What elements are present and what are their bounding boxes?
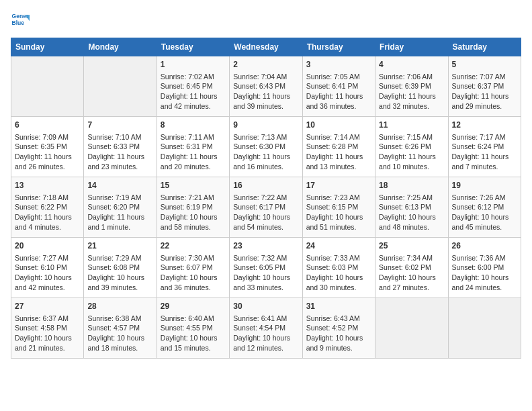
calendar-cell: 9Sunrise: 7:13 AMSunset: 6:30 PMDaylight…: [230, 117, 302, 177]
day-number: 20: [15, 240, 80, 252]
calendar-cell: 18Sunrise: 7:25 AMSunset: 6:13 PMDayligh…: [375, 177, 448, 238]
cell-text-line: and 42 minutes.: [161, 101, 226, 111]
day-number: 21: [87, 240, 152, 252]
cell-text-line: and 58 minutes.: [161, 222, 226, 232]
header-cell-sunday: Sunday: [11, 38, 84, 56]
header-cell-wednesday: Wednesday: [230, 38, 302, 56]
cell-text-line: Daylight: 10 hours: [233, 212, 298, 222]
cell-text-line: Sunrise: 7:05 AM: [306, 72, 371, 82]
logo: General Blue: [11, 11, 32, 30]
cell-text-line: Sunrise: 7:22 AM: [233, 193, 298, 203]
cell-text-line: Sunset: 6:28 PM: [306, 142, 371, 152]
calendar-cell: 21Sunrise: 7:29 AMSunset: 6:08 PMDayligh…: [84, 238, 157, 298]
cell-text-line: Sunset: 6:30 PM: [233, 142, 298, 152]
day-number: 16: [233, 180, 298, 191]
calendar-cell: 28Sunrise: 6:38 AMSunset: 4:57 PMDayligh…: [84, 298, 157, 359]
calendar-cell: 1Sunrise: 7:02 AMSunset: 6:45 PMDaylight…: [157, 56, 229, 117]
day-number: 18: [379, 180, 444, 191]
cell-text-line: Daylight: 11 hours: [15, 212, 80, 222]
cell-text-line: and 32 minutes.: [379, 101, 444, 111]
cell-text-line: and 4 minutes.: [15, 222, 80, 232]
cell-text-line: Sunset: 6:37 PM: [452, 81, 517, 91]
day-number: 7: [87, 120, 152, 131]
cell-text-line: Daylight: 10 hours: [306, 333, 371, 343]
cell-text-line: Sunrise: 6:40 AM: [161, 314, 226, 324]
day-number: 11: [379, 120, 444, 131]
day-number: 4: [379, 59, 444, 71]
cell-text-line: Sunset: 6:08 PM: [87, 263, 152, 273]
day-number: 12: [452, 120, 517, 131]
day-number: 3: [306, 59, 371, 71]
calendar-cell: 14Sunrise: 7:19 AMSunset: 6:20 PMDayligh…: [84, 177, 157, 238]
day-number: 25: [379, 240, 444, 252]
cell-text-line: Sunrise: 7:10 AM: [87, 132, 152, 142]
cell-text-line: Sunrise: 7:18 AM: [15, 193, 80, 203]
day-number: 26: [452, 240, 517, 252]
cell-text-line: Daylight: 10 hours: [379, 273, 444, 283]
cell-text-line: Sunset: 6:35 PM: [15, 142, 80, 152]
week-row-2: 6Sunrise: 7:09 AMSunset: 6:35 PMDaylight…: [11, 117, 521, 177]
calendar-cell: 12Sunrise: 7:17 AMSunset: 6:24 PMDayligh…: [448, 117, 521, 177]
cell-text-line: Sunset: 6:33 PM: [87, 142, 152, 152]
calendar-cell: [11, 56, 84, 117]
cell-text-line: Sunrise: 7:17 AM: [452, 132, 517, 142]
cell-text-line: Daylight: 11 hours: [15, 152, 80, 162]
cell-text-line: Sunrise: 6:41 AM: [233, 314, 298, 324]
cell-text-line: Sunset: 4:58 PM: [15, 323, 80, 333]
cell-text-line: Sunset: 6:13 PM: [379, 202, 444, 212]
cell-text-line: Sunrise: 7:15 AM: [379, 132, 444, 142]
cell-text-line: and 21 minutes.: [15, 343, 80, 353]
cell-text-line: Sunrise: 7:06 AM: [379, 72, 444, 82]
day-number: 1: [161, 59, 226, 71]
page-header: General Blue: [11, 11, 521, 30]
cell-text-line: Sunrise: 7:13 AM: [233, 132, 298, 142]
cell-text-line: and 7 minutes.: [452, 162, 517, 172]
day-number: 2: [233, 59, 298, 71]
cell-text-line: Sunset: 6:05 PM: [233, 263, 298, 273]
calendar-cell: 8Sunrise: 7:11 AMSunset: 6:31 PMDaylight…: [157, 117, 229, 177]
cell-text-line: Daylight: 11 hours: [379, 91, 444, 101]
svg-text:Blue: Blue: [12, 19, 25, 26]
cell-text-line: and 9 minutes.: [306, 343, 371, 353]
day-number: 28: [87, 301, 152, 312]
cell-text-line: Sunrise: 6:43 AM: [306, 314, 371, 324]
cell-text-line: Sunset: 6:31 PM: [161, 142, 226, 152]
calendar-cell: 29Sunrise: 6:40 AMSunset: 4:55 PMDayligh…: [157, 298, 229, 359]
calendar-cell: 25Sunrise: 7:34 AMSunset: 6:02 PMDayligh…: [375, 238, 448, 298]
cell-text-line: Sunrise: 7:27 AM: [15, 253, 80, 263]
cell-text-line: and 36 minutes.: [306, 101, 371, 111]
day-number: 8: [161, 120, 226, 131]
cell-text-line: Sunset: 4:54 PM: [233, 323, 298, 333]
cell-text-line: Sunset: 6:45 PM: [161, 81, 226, 91]
week-row-5: 27Sunrise: 6:37 AMSunset: 4:58 PMDayligh…: [11, 298, 521, 359]
cell-text-line: Sunset: 6:12 PM: [452, 202, 517, 212]
cell-text-line: Sunrise: 7:33 AM: [306, 253, 371, 263]
cell-text-line: Sunset: 6:15 PM: [306, 202, 371, 212]
cell-text-line: and 13 minutes.: [306, 162, 371, 172]
cell-text-line: Daylight: 10 hours: [15, 273, 80, 283]
calendar-cell: 19Sunrise: 7:26 AMSunset: 6:12 PMDayligh…: [448, 177, 521, 238]
cell-text-line: Sunrise: 7:21 AM: [161, 193, 226, 203]
cell-text-line: and 15 minutes.: [161, 343, 226, 353]
cell-text-line: Daylight: 10 hours: [161, 273, 226, 283]
cell-text-line: and 39 minutes.: [233, 101, 298, 111]
header-cell-thursday: Thursday: [302, 38, 375, 56]
calendar-cell: [375, 298, 448, 359]
calendar-cell: 26Sunrise: 7:36 AMSunset: 6:00 PMDayligh…: [448, 238, 521, 298]
cell-text-line: and 12 minutes.: [233, 343, 298, 353]
cell-text-line: Sunrise: 7:04 AM: [233, 72, 298, 82]
cell-text-line: and 18 minutes.: [87, 343, 152, 353]
cell-text-line: Daylight: 11 hours: [87, 152, 152, 162]
cell-text-line: Sunset: 6:43 PM: [233, 81, 298, 91]
cell-text-line: Daylight: 11 hours: [452, 91, 517, 101]
cell-text-line: Daylight: 10 hours: [379, 212, 444, 222]
cell-text-line: Sunset: 6:26 PM: [379, 142, 444, 152]
cell-text-line: Daylight: 11 hours: [233, 152, 298, 162]
cell-text-line: Sunrise: 7:26 AM: [452, 193, 517, 203]
cell-text-line: Daylight: 10 hours: [15, 333, 80, 343]
cell-text-line: and 33 minutes.: [233, 283, 298, 293]
day-number: 13: [15, 180, 80, 191]
cell-text-line: and 20 minutes.: [161, 162, 226, 172]
calendar-cell: 22Sunrise: 7:30 AMSunset: 6:07 PMDayligh…: [157, 238, 229, 298]
calendar-cell: 20Sunrise: 7:27 AMSunset: 6:10 PMDayligh…: [11, 238, 84, 298]
